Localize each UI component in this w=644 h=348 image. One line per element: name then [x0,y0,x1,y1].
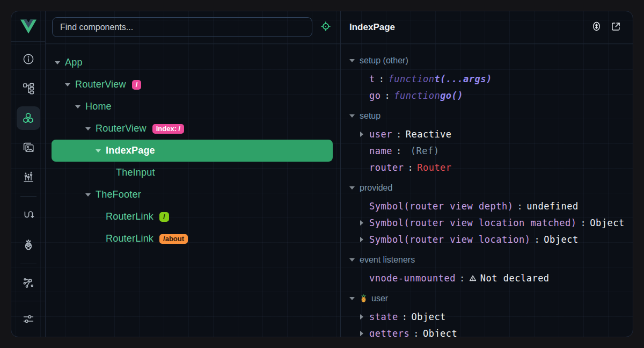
state-section: userstate:Objectgetters:Object [349,289,633,337]
section-header-setup[interactable]: setup [349,106,633,126]
tree-node-indexpage[interactable]: IndexPage [52,140,333,162]
section-header-provided[interactable]: provided [349,178,633,198]
state-row-vnode-unmounted[interactable]: vnode-unmounted:Not declared [349,270,633,286]
sidebar-item-router[interactable] [17,204,40,227]
state-sections: setup (other)t:function t(...args)go:fun… [341,44,633,337]
state-section: setup (other)t:function t(...args)go:fun… [349,51,633,104]
expand-toggle-icon[interactable] [75,105,85,108]
key-value-separator: : [531,234,544,245]
state-header: IndexPage [341,11,633,44]
router-icon [22,209,35,222]
expand-toggle-icon[interactable] [65,83,75,86]
tree-node-routerview[interactable]: RouterView/ [52,74,333,96]
vue-logo-icon [20,19,36,34]
settings-icon [22,313,35,325]
tree-node-label: IndexPage [106,145,155,156]
sidebar-item-outline[interactable] [17,77,40,100]
section-header-user[interactable]: user [349,289,633,308]
key-value-separator: : [392,146,406,156]
state-value: (Ref) [411,146,440,156]
target-icon [320,20,332,34]
tree-node-label: Home [85,101,112,112]
expand-toggle-icon[interactable] [96,149,106,153]
state-key: router [369,162,404,173]
state-value: Object [411,311,445,322]
state-row-go[interactable]: go:function go() [349,87,633,104]
search-input[interactable] [52,17,312,37]
outer-frame: AppRouterView/HomeRouterViewindex: /Inde… [0,0,644,348]
tree-node-thefooter[interactable]: TheFooter [52,184,333,206]
expand-toggle-icon[interactable] [85,193,96,197]
state-row-symbol-router-view-location-[interactable]: Symbol(router view location):Object [349,231,633,248]
tree-node-routerlink[interactable]: RouterLink/ [52,206,333,228]
section-title: setup (other) [360,56,408,66]
sidebar-item-graph[interactable] [17,271,40,295]
expand-toggle-icon[interactable] [55,61,65,64]
state-row-name[interactable]: name:(Ref) [349,142,633,159]
tree-node-label: App [65,57,83,68]
open-in-editor-button[interactable] [608,20,623,35]
sidebar-item-settings[interactable] [17,307,40,331]
section-header-event-listeners[interactable]: event listeners [349,250,633,270]
tree-node-routerview[interactable]: RouterViewindex: / [52,118,333,140]
collapse-icon [349,297,355,300]
sidebar-item-info[interactable] [17,47,40,71]
state-key: name [369,146,392,156]
expand-value-icon[interactable] [360,331,369,336]
collapse-icon [349,186,355,190]
tree-node-theinput[interactable]: TheInput [52,162,333,184]
sidebar-divider [20,264,36,264]
key-value-separator: : [380,90,394,101]
state-key: user [369,129,392,140]
state-key: t [369,74,375,84]
state-value: go() [440,90,463,101]
sidebar-divider [20,196,36,197]
collapse-icon [349,258,355,262]
sidebar-item-components[interactable] [17,106,40,130]
expand-value-icon[interactable] [360,132,369,137]
state-value: undefined [526,201,579,212]
state-key: go [369,90,380,101]
tree-node-app[interactable]: App [52,52,333,74]
expand-value-icon[interactable] [360,220,369,226]
section-title: setup [360,111,380,121]
state-key: Symbol(router view location matched) [369,218,576,228]
sidebar-item-timeline[interactable] [17,165,40,189]
state-row-symbol-router-view-depth-[interactable]: Symbol(router view depth):undefined [349,198,633,214]
tree-node-label: RouterView [96,123,147,134]
expand-value-icon[interactable] [360,237,369,242]
state-value: Object [590,218,624,228]
expand-value-icon[interactable] [360,314,369,320]
expand-toggle-icon[interactable] [85,127,96,130]
component-state-panel: IndexPage [341,11,633,337]
state-row-user[interactable]: user:Reactive [349,126,633,142]
key-value-separator: : [375,74,389,84]
section-title: event listeners [360,255,415,265]
tree-node-label: RouterLink [106,233,153,244]
state-row-t[interactable]: t:function t(...args) [349,70,633,87]
tree-node-routerlink[interactable]: RouterLink/about [52,228,333,250]
key-value-separator: : [456,273,469,284]
collapse-icon [349,59,355,62]
sidebar-item-assets[interactable] [17,136,40,160]
route-badge: /about [159,234,188,244]
state-value: Reactive [406,129,452,140]
route-badge: / [159,212,169,222]
route-badge: index: / [152,124,185,134]
state-key: vnode-unmounted [369,273,456,284]
tree-node-label: RouterLink [106,211,153,222]
state-row-symbol-router-view-location-matched-[interactable]: Symbol(router view location matched):Obj… [349,214,633,231]
state-key: Symbol(router view location) [369,234,531,245]
sidebar-item-pinia[interactable] [17,233,40,257]
component-tree-panel: AppRouterView/HomeRouterViewindex: /Inde… [46,11,341,337]
activity-sidebar [11,11,46,337]
state-row-getters[interactable]: getters:Object [349,325,633,337]
sidebar-nav [11,42,45,301]
tree-node-home[interactable]: Home [52,96,333,118]
section-header-setup-other-[interactable]: setup (other) [349,51,633,70]
select-component-in-page-button[interactable] [318,19,334,35]
scroll-to-component-button[interactable] [589,20,604,35]
state-row-router[interactable]: router:Router [349,159,633,176]
tree-toolbar [46,11,340,44]
state-row-state[interactable]: state:Object [349,308,633,325]
